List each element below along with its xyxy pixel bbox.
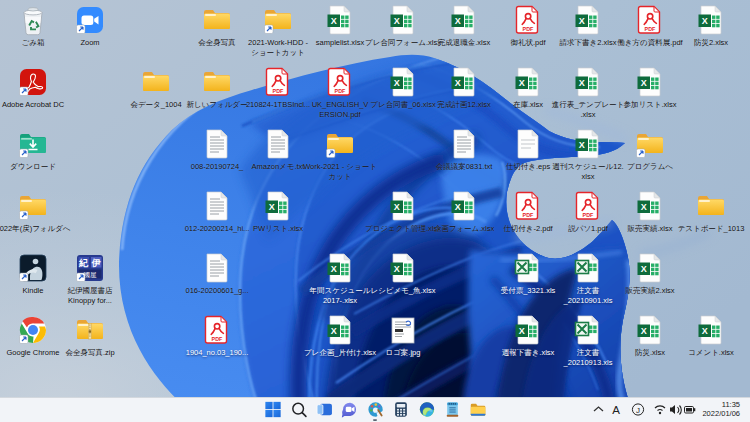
svg-text:A: A [612, 404, 620, 416]
svg-text:J: J [636, 406, 640, 415]
